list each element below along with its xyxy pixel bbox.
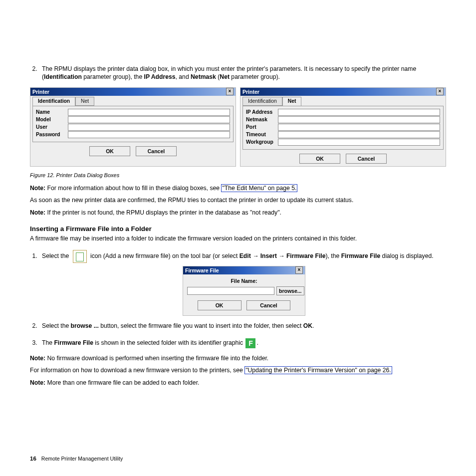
name-input[interactable] bbox=[68, 109, 230, 116]
label-model: Model bbox=[36, 116, 65, 123]
dialog-title: Printer bbox=[242, 88, 259, 95]
dialog-title: Printer bbox=[32, 88, 49, 95]
label-name: Name bbox=[36, 109, 65, 116]
label-workgroup: Workgroup bbox=[246, 139, 275, 146]
browse-button[interactable]: browse... bbox=[276, 286, 304, 295]
port-input[interactable] bbox=[278, 124, 440, 131]
note-4: Note: More than one firmware file can be… bbox=[30, 379, 446, 387]
tab-net[interactable]: Net bbox=[282, 97, 302, 106]
dialog-title: Firmware File bbox=[185, 267, 219, 274]
label-ip: IP Address bbox=[246, 109, 275, 116]
note-1: Note: For more information about how to … bbox=[30, 184, 446, 192]
step-3: The Firmware File is shown in the select… bbox=[39, 338, 446, 348]
step-1: Select the icon (Add a new firmware file… bbox=[39, 250, 446, 316]
figure-caption: Figure 12. Printer Data Dialog Boxes bbox=[30, 172, 446, 179]
tab-identification[interactable]: Identification bbox=[32, 97, 75, 106]
paragraph-info: For information on how to download a new… bbox=[30, 366, 446, 374]
cancel-button[interactable]: Cancel bbox=[246, 300, 290, 310]
cancel-button[interactable]: Cancel bbox=[346, 154, 387, 164]
note-3: Note: No firmware download is performed … bbox=[30, 354, 446, 362]
firmware-file-dialog: Firmware File × File Name: browse... OK … bbox=[183, 266, 305, 316]
netmask-input[interactable] bbox=[278, 116, 440, 123]
ok-button[interactable]: OK bbox=[89, 146, 130, 156]
label-user: User bbox=[36, 124, 65, 131]
doc-title: Remote Printer Management Utility bbox=[41, 456, 123, 462]
firmware-file-icon: F bbox=[245, 338, 255, 348]
section-intro: A firmware file may be inserted into a f… bbox=[30, 235, 446, 242]
close-icon[interactable]: × bbox=[226, 88, 234, 95]
section-heading: Inserting a Firmware File into a Folder bbox=[30, 225, 446, 234]
link-edit-menu[interactable]: "The Edit Menu" on page 5. bbox=[221, 184, 297, 192]
add-firmware-icon bbox=[73, 250, 87, 263]
page-number: 16 bbox=[30, 456, 36, 462]
link-updating-firmware[interactable]: "Updating the Printer's Firmware Version… bbox=[244, 366, 392, 374]
password-input[interactable] bbox=[68, 131, 230, 138]
label-netmask: Netmask bbox=[246, 116, 275, 123]
dialog-figure-row: Printer × Identification Net Name Model … bbox=[30, 87, 446, 167]
list-item-2: The RPMU displays the printer data dialo… bbox=[39, 65, 446, 81]
titlebar: Printer × bbox=[240, 88, 446, 96]
titlebar: Firmware File × bbox=[183, 266, 305, 274]
label-password: Password bbox=[36, 131, 65, 138]
label-port: Port bbox=[246, 124, 275, 131]
tab-identification[interactable]: Identification bbox=[242, 97, 282, 106]
workgroup-input[interactable] bbox=[278, 139, 440, 146]
label-timeout: Timeout bbox=[246, 131, 275, 138]
model-input[interactable] bbox=[68, 116, 230, 123]
user-input[interactable] bbox=[68, 124, 230, 131]
cancel-button[interactable]: Cancel bbox=[136, 146, 177, 156]
ip-input[interactable] bbox=[278, 109, 440, 116]
close-icon[interactable]: × bbox=[436, 88, 444, 95]
file-name-label: File Name: bbox=[187, 277, 301, 284]
file-name-input[interactable] bbox=[187, 287, 274, 295]
note-2: Note: If the printer is not found, the R… bbox=[30, 209, 446, 217]
titlebar: Printer × bbox=[30, 88, 236, 96]
ok-button[interactable]: OK bbox=[198, 300, 241, 310]
timeout-input[interactable] bbox=[278, 131, 440, 138]
li2-text: The RPMU displays the printer data dialo… bbox=[42, 65, 416, 80]
step-2: Select the browse ... button, select the… bbox=[39, 322, 446, 330]
paragraph: As soon as the new printer data are conf… bbox=[30, 196, 446, 204]
close-icon[interactable]: × bbox=[295, 266, 303, 274]
page-footer: 16Remote Printer Management Utility bbox=[30, 455, 123, 463]
tab-net[interactable]: Net bbox=[75, 97, 94, 106]
printer-dialog-net: Printer × Identification Net IP Address … bbox=[240, 87, 446, 167]
ok-button[interactable]: OK bbox=[299, 154, 340, 164]
printer-dialog-identification: Printer × Identification Net Name Model … bbox=[30, 87, 236, 167]
